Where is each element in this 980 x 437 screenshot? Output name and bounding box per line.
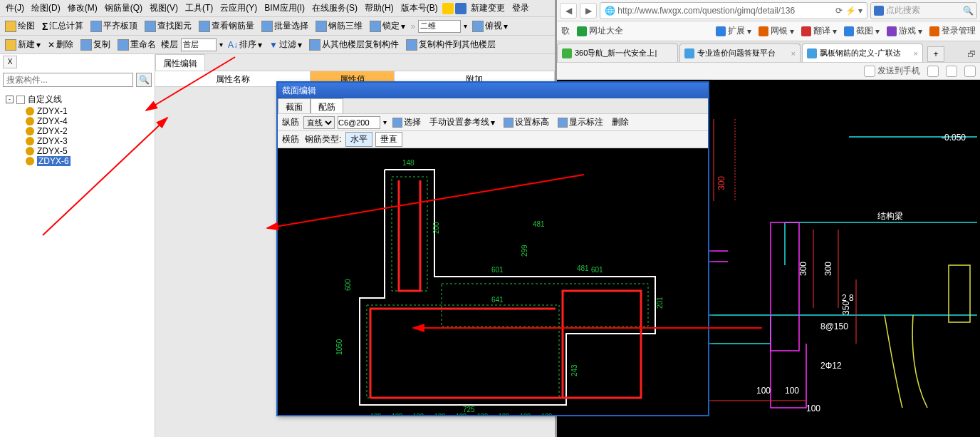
view-rebar-button[interactable]: 查看钢筋量	[197, 19, 256, 33]
gear-icon	[26, 117, 34, 125]
tree-root[interactable]: -自定义线	[6, 93, 149, 106]
menu-online[interactable]: 在线服务(S)	[309, 1, 360, 16]
svg-text:2Φ12: 2Φ12	[820, 361, 842, 371]
lock-button[interactable]: 锁定 ▾	[368, 19, 407, 33]
login-button[interactable]: 登录	[509, 1, 532, 15]
svg-text:600: 600	[344, 279, 352, 291]
manual-refline-button[interactable]: 手动设置参考线 ▾	[427, 115, 498, 129]
floor-select[interactable]	[181, 38, 217, 51]
menu-version[interactable]: 版本号(B)	[398, 1, 441, 16]
fav-translate[interactable]: 翻译 ▾	[801, 25, 837, 37]
svg-text:243: 243	[570, 364, 578, 376]
copy-from-floor-button[interactable]: 从其他楼层复制构件	[307, 38, 401, 51]
editor-row-2: 横筋 钢筋类型: 水平 垂直	[278, 131, 708, 148]
cloud-button[interactable]	[927, 66, 939, 77]
horizontal-toggle[interactable]: 水平	[345, 132, 372, 147]
svg-text:200: 200	[432, 222, 440, 234]
fav-google[interactable]: 歌	[561, 25, 570, 37]
copy-icon	[80, 39, 92, 51]
lock-icon	[370, 21, 381, 32]
favorites-bar: 歌 网址大全 扩展 ▾ 网银 ▾ 翻译 ▾ 截图 ▾ 游戏 ▾ 登录管理	[557, 21, 980, 41]
fav-sites[interactable]: 网址大全	[577, 25, 623, 37]
tab-1[interactable]: 专业造价问题答疑平台×	[679, 43, 801, 62]
spec-input[interactable]	[338, 116, 380, 129]
menu-cloud[interactable]: 云应用(Y)	[217, 1, 260, 16]
menu-tools[interactable]: 工具(T)	[182, 1, 216, 16]
sum-button[interactable]: Σ汇总计算	[40, 19, 85, 33]
tab-2[interactable]: 飘板钢筋的定义-广联达×	[802, 43, 923, 62]
new-tab-button[interactable]: +	[927, 46, 944, 62]
bank-icon	[759, 26, 768, 36]
menu-view[interactable]: 视图(V)	[147, 1, 181, 16]
editor-title-bar[interactable]: 截面编辑	[278, 83, 708, 98]
tree-item-5[interactable]: ZDYX-6	[6, 156, 149, 166]
flatten-icon	[90, 21, 102, 32]
url-bar[interactable]: 🌐 http://www.fwxgx.com/question/gimq/det…	[600, 2, 867, 19]
new-change-button[interactable]: 新建变更	[468, 1, 508, 15]
prop-edit-tab[interactable]: 属性编辑	[155, 54, 205, 71]
new-button[interactable]: 新建 ▾	[3, 38, 43, 51]
tools-button[interactable]	[964, 66, 976, 77]
filter-button[interactable]: ▼过滤 ▾	[267, 38, 304, 51]
tree-item-1[interactable]: ZDYX-4	[6, 116, 149, 126]
fav-login-mgr[interactable]: 登录管理	[929, 25, 976, 37]
batch-select-button[interactable]: 批量选择	[259, 19, 311, 33]
birdview-button[interactable]: 俯视 ▾	[470, 19, 510, 33]
gear-icon	[26, 147, 34, 155]
fav-screenshot[interactable]: 截图 ▾	[844, 25, 880, 37]
search-button[interactable]: 🔍	[136, 73, 152, 87]
fav-ext[interactable]: 扩展 ▾	[716, 25, 751, 37]
fav-bank[interactable]: 网银 ▾	[759, 25, 794, 37]
restore-button[interactable]: 🗗	[963, 46, 980, 62]
delete-rebar-button[interactable]: 删除	[609, 115, 632, 129]
copy-to-floor-button[interactable]: 复制构件到其他楼层	[404, 38, 498, 51]
tree-item-4[interactable]: ZDYX-5	[6, 146, 149, 156]
rebar-3d-button[interactable]: 钢筋三维	[313, 19, 365, 33]
flatten-top-button[interactable]: 平齐板顶	[88, 19, 140, 33]
svg-text:481: 481	[533, 220, 545, 228]
send-to-phone-button[interactable]: 发送到手机	[864, 65, 920, 77]
show-mark-button[interactable]: 显示标注	[555, 115, 606, 129]
section-canvas[interactable]: 148 601 601 641 600 200 299 201 725 243	[278, 148, 708, 415]
select-button[interactable]: 选择	[390, 115, 424, 129]
longitudinal-label: 纵筋	[281, 116, 301, 128]
search-input[interactable]	[3, 73, 133, 87]
close-tab-icon[interactable]: ×	[791, 49, 796, 58]
forward-button[interactable]: ▶	[580, 3, 597, 19]
draw-button[interactable]: 绘图	[3, 19, 37, 33]
menu-draw[interactable]: 绘图(D)	[28, 1, 63, 16]
tab-0[interactable]: 360导航_新一代安全上|	[557, 43, 678, 62]
vertical-toggle[interactable]: 垂直	[375, 132, 402, 147]
back-button[interactable]: ◀	[560, 3, 577, 19]
menu-bar: 件(J) 绘图(D) 修改(M) 钢筋量(Q) 视图(V) 工具(T) 云应用(…	[0, 0, 555, 17]
shape-select[interactable]: 直线	[303, 116, 335, 129]
key-icon	[929, 26, 939, 36]
menu-help[interactable]: 帮助(H)	[362, 1, 397, 16]
sort-button[interactable]: A↓排序 ▾	[226, 38, 264, 51]
rename-button[interactable]: 重命名	[115, 38, 158, 51]
download-button[interactable]	[946, 66, 957, 77]
copy-button[interactable]: 复制	[78, 38, 113, 51]
set-elevation-button[interactable]: 设置标高	[501, 115, 552, 129]
batch-icon	[261, 21, 273, 32]
tree-item-0[interactable]: ZDYX-1	[6, 106, 149, 116]
tree-item-3[interactable]: ZDYX-3	[6, 136, 149, 146]
gcl-app: 件(J) 绘图(D) 修改(M) 钢筋量(Q) 视图(V) 工具(T) 云应用(…	[0, 0, 557, 437]
tab-section[interactable]: 截面	[278, 98, 311, 113]
svg-text:1050: 1050	[335, 339, 343, 355]
menu-rebar[interactable]: 钢筋量(Q)	[102, 1, 145, 16]
search-box[interactable]: 点此搜索🔍	[870, 2, 977, 19]
menu-file[interactable]: 件(J)	[3, 1, 27, 16]
tab-rebar[interactable]: 配筋	[311, 98, 343, 113]
delete-button[interactable]: ✕ 删除	[46, 38, 75, 51]
view-mode-select[interactable]	[418, 20, 461, 33]
close-tab-icon[interactable]: ×	[914, 49, 918, 58]
menu-bim[interactable]: BIM应用(I)	[261, 1, 308, 16]
fav-game[interactable]: 游戏 ▾	[887, 25, 922, 37]
tree-item-2[interactable]: ZDYX-2	[6, 126, 149, 136]
svg-text:100: 100	[370, 412, 381, 415]
find-entity-button[interactable]: 查找图元	[142, 19, 194, 33]
menu-modify[interactable]: 修改(M)	[65, 1, 100, 16]
close-tab-button[interactable]: X	[3, 56, 17, 68]
svg-text:100: 100	[456, 412, 466, 415]
